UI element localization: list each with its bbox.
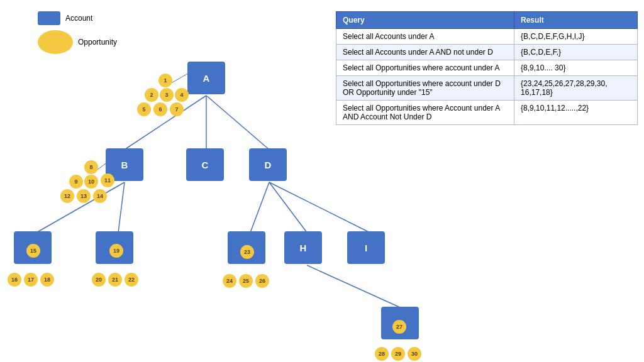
opp-20: 20 [92,273,106,287]
opportunity-legend-circle [38,30,73,54]
account-legend-box [38,11,60,25]
opp-17: 17 [24,273,38,287]
opp-2: 2 [145,88,158,102]
node-D: D [249,148,287,181]
query-cell: Select all Opportunities where Account u… [336,101,514,125]
svg-line-4 [118,182,125,233]
opp-23: 23 [240,245,254,259]
query-cell: Select all Opportunities where account u… [336,76,514,101]
opp-14: 14 [93,189,107,203]
query-cell: Select all Opportunities where account u… [336,60,514,76]
opp-13: 13 [77,189,91,203]
opp-18: 18 [40,273,54,287]
opp-30: 30 [408,347,421,361]
svg-line-2 [206,96,269,150]
result-cell: {8,9,10.... 30} [514,60,638,76]
col-query: Query [336,12,514,29]
query-cell: Select all Accounts under A [336,29,514,45]
node-I: I [347,231,385,264]
svg-line-5 [250,182,269,233]
node-C: C [186,148,224,181]
opportunity-legend-label: Opportunity [78,38,117,47]
query-cell: Select all Accounts under A AND not unde… [336,45,514,60]
opp-21: 21 [108,273,122,287]
svg-line-6 [269,182,307,233]
legend-opportunity: Opportunity [38,30,117,54]
opp-4: 4 [175,88,189,102]
opp-24: 24 [223,274,236,288]
opp-28: 28 [375,347,389,361]
opp-19: 19 [109,244,123,258]
svg-line-7 [269,182,370,233]
opp-22: 22 [125,273,138,287]
result-cell: {8,9,10,11,12.....,22} [514,101,638,125]
opp-7: 7 [170,102,184,116]
result-cell: {23,24,25,26,27,28,29,30, 16,17,18} [514,76,638,101]
opp-25: 25 [239,274,253,288]
result-cell: {B,C,D,E,F,G,H,I,J} [514,29,638,45]
node-A: A [187,62,225,94]
opp-6: 6 [153,102,167,116]
svg-line-0 [125,96,206,150]
account-legend-label: Account [65,14,92,23]
opp-12: 12 [60,189,74,203]
opp-11: 11 [101,173,114,187]
col-result: Result [514,12,638,29]
legend: Account Opportunity [38,11,117,54]
legend-account: Account [38,11,117,25]
opp-29: 29 [391,347,405,361]
query-table: Query Result Select all Accounts under A… [336,11,638,125]
opp-3: 3 [160,88,174,102]
opp-8: 8 [84,160,98,174]
opp-15: 15 [26,244,40,258]
node-H: H [284,231,322,264]
opp-10: 10 [84,175,98,189]
opp-16: 16 [8,273,21,287]
svg-line-8 [307,265,401,308]
opp-9: 9 [69,175,83,189]
diagram-area: Account Opportunity A B C D E F G H I J … [0,0,644,362]
opp-1: 1 [158,74,172,87]
opp-5: 5 [137,102,151,116]
opp-26: 26 [255,274,269,288]
result-cell: {B,C,D,E,F,} [514,45,638,60]
opp-27: 27 [392,320,406,334]
